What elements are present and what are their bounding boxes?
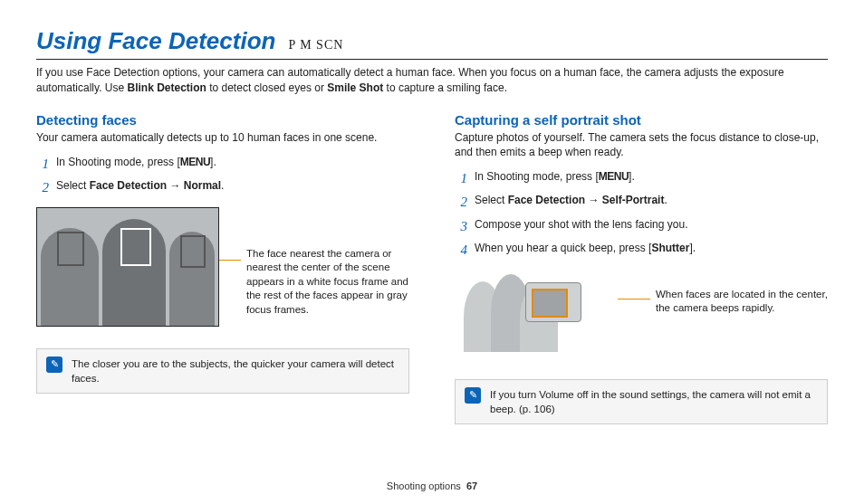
detecting-faces-sub: Your camera automatically detects up to … <box>36 130 409 145</box>
step-text: Compose your shot with the lens facing y… <box>475 216 828 237</box>
step-text-post: ]. <box>629 170 635 183</box>
right-step-2: 2 Select Face Detection → Self-Portrait. <box>455 192 828 213</box>
note-icon: ✎ <box>465 387 481 404</box>
menu-key: MENU <box>180 156 210 168</box>
step-text-post: . <box>664 194 667 206</box>
step-text-post: . <box>221 179 224 192</box>
face-detection-illustration <box>36 207 219 327</box>
step-text-post: ]. <box>210 156 216 168</box>
step-number: 4 <box>455 240 467 261</box>
step-number: 3 <box>455 216 467 237</box>
note-text: If you turn Volume off in the sound sett… <box>490 387 818 416</box>
intro-bold-1: Blink Detection <box>127 81 206 94</box>
figure-callout: The face nearest the camera or nearest t… <box>246 247 409 318</box>
step-bold-2: Self-Portrait <box>602 194 665 206</box>
step-text-pre: Select <box>56 179 90 192</box>
gray-focus-frame <box>57 232 84 266</box>
page-title: Using Face Detection <box>36 27 275 55</box>
figure-callout: When faces are located in the center, th… <box>656 288 828 316</box>
content-columns: Detecting faces Your camera automaticall… <box>36 112 828 425</box>
gray-focus-frame <box>180 235 206 268</box>
right-column: Capturing a self portrait shot Capture p… <box>455 112 828 425</box>
step-bold-2: Normal <box>184 179 221 192</box>
step-text: In Shooting mode, press [MENU]. <box>56 154 409 175</box>
step-text-post: ]. <box>689 242 696 254</box>
step-text: When you hear a quick beep, press [Shutt… <box>475 240 828 261</box>
step-number: 1 <box>36 154 49 175</box>
note-icon: ✎ <box>46 357 62 373</box>
step-bold-1: Face Detection <box>508 194 585 206</box>
step-text: Select Face Detection → Self-Portrait. <box>475 192 828 213</box>
right-step-4: 4 When you hear a quick beep, press [Shu… <box>455 240 828 261</box>
intro-text-3: to capture a smiling face. <box>383 81 507 94</box>
title-rule <box>36 59 828 60</box>
self-portrait-sub: Capture photos of yourself. The camera s… <box>455 130 828 159</box>
intro-bold-2: Smile Shot <box>327 81 383 94</box>
detecting-faces-heading: Detecting faces <box>36 112 409 128</box>
page-footer: Shooting options 67 <box>0 480 864 491</box>
step-number: 2 <box>36 177 49 198</box>
self-portrait-figure: When faces are located in the center, th… <box>464 266 828 352</box>
step-text-pre: Select <box>475 194 508 206</box>
self-portrait-heading: Capturing a self portrait shot <box>455 112 828 128</box>
page-number: 67 <box>466 480 477 491</box>
menu-key: MENU <box>599 170 629 183</box>
note-box: ✎ If you turn Volume off in the sound se… <box>455 379 828 424</box>
self-portrait-illustration <box>464 266 618 352</box>
note-text: The closer you are to the subjects, the … <box>72 357 399 385</box>
footer-section: Shooting options <box>387 480 461 491</box>
white-focus-frame <box>120 228 151 266</box>
mode-indicators: P M SCN <box>288 38 343 52</box>
left-column: Detecting faces Your camera automaticall… <box>36 112 409 425</box>
step-arrow: → <box>167 179 184 192</box>
detecting-faces-figure: The face nearest the camera or nearest t… <box>36 207 409 327</box>
step-number: 2 <box>455 192 467 213</box>
camera-screen-highlight <box>532 289 568 318</box>
left-step-1: 1 In Shooting mode, press [MENU]. <box>36 154 409 175</box>
step-text: In Shooting mode, press [MENU]. <box>475 168 828 189</box>
note-box: ✎ The closer you are to the subjects, th… <box>36 348 409 394</box>
step-bold-1: Face Detection <box>90 179 167 192</box>
right-step-1: 1 In Shooting mode, press [MENU]. <box>455 168 828 189</box>
callout-line <box>618 299 650 300</box>
step-text: Select Face Detection → Normal. <box>56 177 409 198</box>
camera-illustration <box>525 282 581 322</box>
step-number: 1 <box>455 168 467 189</box>
right-step-3: 3 Compose your shot with the lens facing… <box>455 216 828 237</box>
step-arrow: → <box>585 194 602 206</box>
step-text-pre: When you hear a quick beep, press [ <box>475 242 651 254</box>
step-bold: Shutter <box>651 242 689 254</box>
step-text-pre: In Shooting mode, press [ <box>56 156 180 168</box>
left-step-2: 2 Select Face Detection → Normal. <box>36 177 409 198</box>
step-text-pre: In Shooting mode, press [ <box>475 170 599 183</box>
callout-line <box>219 260 241 261</box>
intro-paragraph: If you use Face Detection options, your … <box>36 65 828 96</box>
intro-text-2: to detect closed eyes or <box>206 81 327 94</box>
title-row: Using Face Detection P M SCN <box>36 27 828 55</box>
